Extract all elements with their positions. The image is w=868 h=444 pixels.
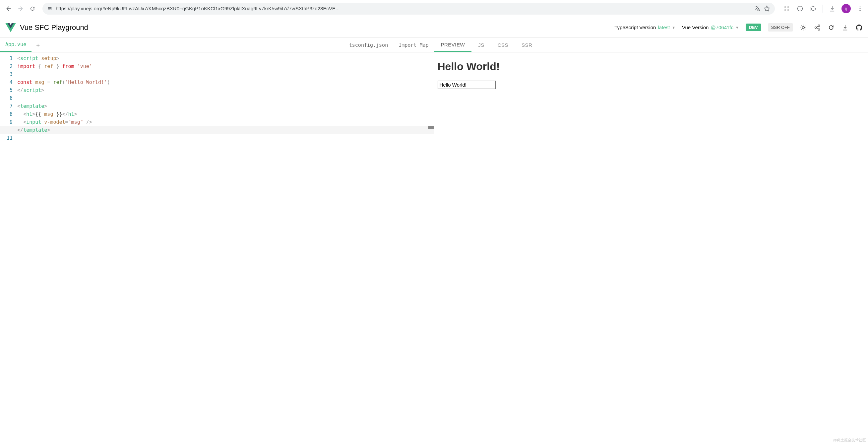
forward-button[interactable] xyxy=(16,4,25,13)
header-left: Vue SFC Playground xyxy=(5,23,88,32)
address-bar[interactable]: https://play.vuejs.org/#eNp9kUFLwzAUx7/K… xyxy=(42,3,775,14)
svg-point-10 xyxy=(860,10,861,10)
preview-heading: Hello World! xyxy=(438,60,865,73)
preview-input[interactable] xyxy=(438,81,496,89)
line-gutter: 1 2 3 4 5 6 7 8 9 10 11 xyxy=(0,53,17,444)
main-content: App.vue + tsconfig.json Import Map 1 2 3… xyxy=(0,38,868,444)
editor-tabs: App.vue + tsconfig.json Import Map xyxy=(0,38,434,53)
tab-tsconfig[interactable]: tsconfig.json xyxy=(344,39,393,52)
svg-point-12 xyxy=(818,25,820,26)
vue-version-selector[interactable]: Vue Version @70641fc ▼ xyxy=(682,25,739,30)
svg-point-9 xyxy=(860,8,861,9)
svg-point-0 xyxy=(51,9,52,10)
typescript-version-selector[interactable]: TypeScript Version latest ▼ xyxy=(614,25,675,30)
code-content: <script setup> import { ref } from 'vue'… xyxy=(17,53,434,444)
svg-rect-7 xyxy=(800,9,800,10)
menu-icon[interactable] xyxy=(856,5,864,12)
chevron-down-icon: ▼ xyxy=(672,26,675,30)
editor-pane: App.vue + tsconfig.json Import Map 1 2 3… xyxy=(0,38,434,444)
svg-point-13 xyxy=(815,27,816,28)
svg-point-8 xyxy=(860,6,861,7)
account-icon[interactable] xyxy=(796,5,804,12)
refresh-icon[interactable] xyxy=(828,24,835,31)
svg-point-14 xyxy=(818,29,820,30)
chevron-down-icon: ▼ xyxy=(735,26,739,30)
downloads-icon[interactable] xyxy=(828,5,836,12)
back-button[interactable] xyxy=(4,4,13,13)
code-editor[interactable]: 1 2 3 4 5 6 7 8 9 10 11 <script setup> i… xyxy=(0,53,434,444)
vue-logo-icon xyxy=(5,23,16,32)
header-right: TypeScript Version latest ▼ Vue Version … xyxy=(614,23,863,32)
tab-import-map[interactable]: Import Map xyxy=(393,39,434,52)
theme-icon[interactable] xyxy=(800,24,807,31)
tab-app-vue[interactable]: App.vue xyxy=(0,38,31,52)
download-icon[interactable] xyxy=(841,24,849,31)
app-title: Vue SFC Playground xyxy=(20,23,88,32)
preview-pane: PREVIEW JS CSS SSR Hello World! xyxy=(434,38,868,444)
chrome-actions: g xyxy=(780,4,864,13)
tab-js[interactable]: JS xyxy=(471,38,491,52)
svg-rect-2 xyxy=(787,6,789,8)
svg-point-11 xyxy=(802,26,805,29)
divider xyxy=(823,5,823,12)
ssr-toggle[interactable]: SSR OFF xyxy=(768,23,793,32)
svg-rect-3 xyxy=(784,9,786,11)
svg-point-6 xyxy=(800,8,800,8)
tab-ssr[interactable]: SSR xyxy=(515,38,539,52)
preview-output: Hello World! xyxy=(434,53,868,444)
github-icon[interactable] xyxy=(856,24,863,31)
extension-dots-icon[interactable] xyxy=(783,5,791,12)
bookmark-icon[interactable] xyxy=(764,5,770,12)
dev-toggle[interactable]: DEV xyxy=(746,24,761,31)
tab-preview[interactable]: PREVIEW xyxy=(434,38,472,52)
browser-toolbar: https://play.vuejs.org/#eNp9kUFLwzAUx7/K… xyxy=(0,0,868,17)
add-tab-button[interactable]: + xyxy=(31,38,44,52)
translate-icon[interactable] xyxy=(754,6,760,11)
site-settings-icon[interactable] xyxy=(47,6,52,11)
reload-button[interactable] xyxy=(28,4,37,13)
svg-rect-4 xyxy=(787,9,789,11)
app-header: Vue SFC Playground TypeScript Version la… xyxy=(0,17,868,38)
extensions-icon[interactable] xyxy=(809,5,817,12)
preview-tabs: PREVIEW JS CSS SSR xyxy=(434,38,868,53)
profile-avatar[interactable]: g xyxy=(841,4,851,13)
tab-css[interactable]: CSS xyxy=(491,38,515,52)
svg-rect-1 xyxy=(784,6,786,8)
url-text: https://play.vuejs.org/#eNp9kUFLwzAUx7/K… xyxy=(56,6,751,11)
share-icon[interactable] xyxy=(814,24,821,31)
watermark: @稀土掘金技术社区 xyxy=(833,438,866,443)
